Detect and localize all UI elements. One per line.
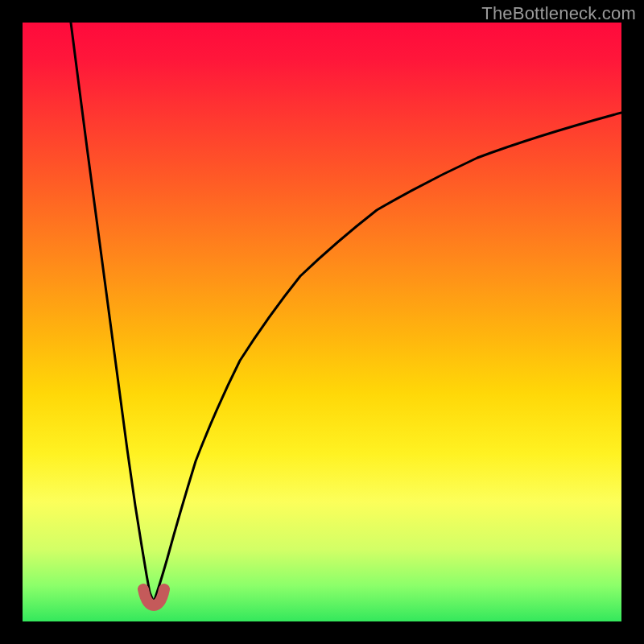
curve-right-branch (154, 113, 621, 602)
min-marker (143, 589, 164, 605)
curve-left-branch (71, 23, 154, 602)
chart-frame: TheBottleneck.com (0, 0, 644, 644)
curve-layer (23, 23, 621, 621)
plot-area (23, 23, 621, 621)
watermark-text: TheBottleneck.com (481, 3, 636, 24)
